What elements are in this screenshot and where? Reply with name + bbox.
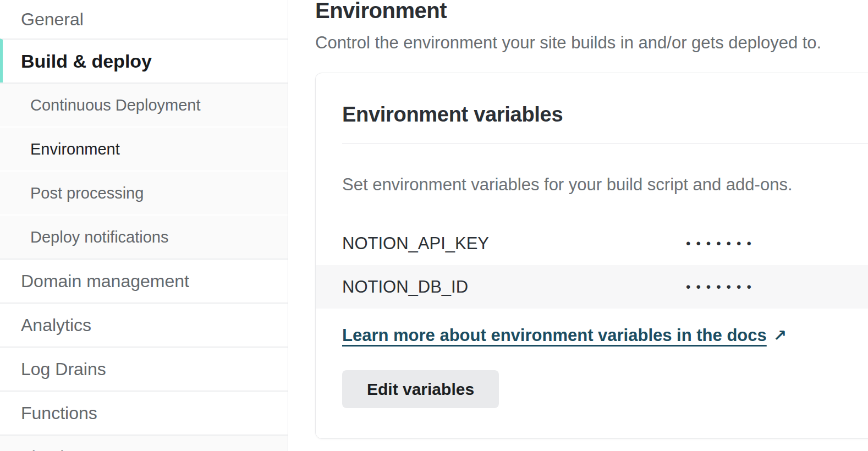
card-description: Set environment variables for your build… (342, 175, 856, 195)
env-var-row: NOTION_DB_ID ••••••• (316, 265, 868, 309)
sidebar-item-log-drains[interactable]: Log Drains (0, 346, 288, 391)
sidebar-item-identity[interactable]: Identity (0, 435, 288, 451)
sidebar-item-functions[interactable]: Functions (0, 391, 288, 435)
env-var-key: NOTION_API_KEY (342, 234, 686, 254)
external-link-icon: ↗ (773, 326, 787, 345)
env-var-masked-value: ••••••• (686, 236, 757, 251)
env-var-masked-value: ••••••• (686, 279, 757, 295)
sidebar-item-analytics[interactable]: Analytics (0, 302, 288, 346)
page-title: Environment (315, 0, 868, 23)
sidebar-item-build-deploy[interactable]: Build & deploy (0, 38, 288, 82)
page-subtitle: Control the environment your site builds… (315, 33, 868, 53)
env-var-row: NOTION_API_KEY ••••••• (316, 222, 868, 265)
sidebar-item-environment[interactable]: Environment (0, 127, 288, 170)
sidebar-item-general[interactable]: General (0, 0, 288, 38)
environment-variables-list: NOTION_API_KEY ••••••• NOTION_DB_ID ••••… (316, 222, 868, 309)
env-var-key: NOTION_DB_ID (342, 277, 686, 297)
environment-variables-card: Environment variables Set environment va… (315, 73, 868, 439)
card-title: Environment variables (342, 103, 868, 127)
sidebar-item-domain-management[interactable]: Domain management (0, 258, 288, 302)
card-divider (342, 143, 868, 144)
sidebar-item-post-processing[interactable]: Post processing (0, 170, 288, 215)
edit-variables-button[interactable]: Edit variables (342, 370, 499, 408)
docs-link[interactable]: Learn more about environment variables i… (342, 326, 787, 345)
docs-link-label: Learn more about environment variables i… (342, 326, 767, 345)
environment-settings-page: Environment Control the environment your… (288, 0, 868, 451)
sidebar-item-continuous-deployment[interactable]: Continuous Deployment (0, 82, 288, 127)
sidebar-item-deploy-notifications[interactable]: Deploy notifications (0, 215, 288, 258)
settings-sidebar: General Build & deploy Continuous Deploy… (0, 0, 288, 451)
